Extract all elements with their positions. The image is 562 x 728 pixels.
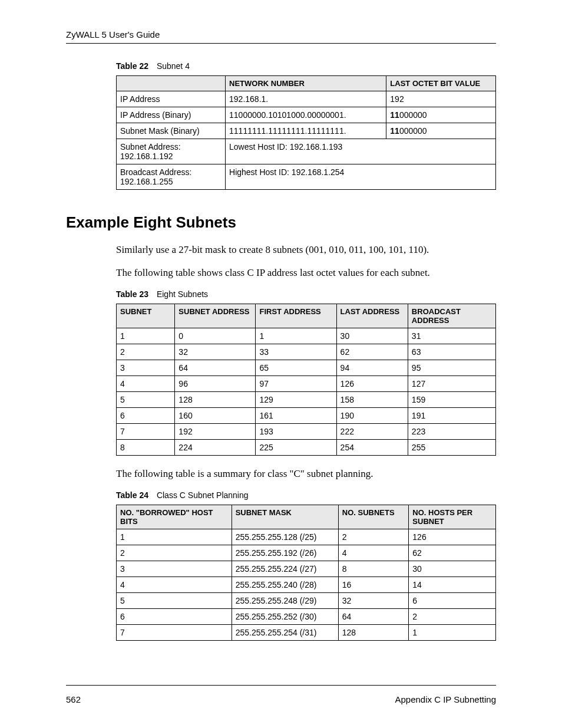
cell: 65	[256, 360, 336, 375]
cell: 255	[408, 439, 495, 455]
table-row: 7255.255.255.254 (/31)1281	[117, 624, 496, 640]
cell: 5	[117, 391, 175, 407]
page: ZyWALL 5 User's Guide Table 22 Subnet 4 …	[0, 0, 562, 728]
table23: SUBNET SUBNET ADDRESS FIRST ADDRESS LAST…	[116, 304, 496, 456]
cell: 5	[117, 592, 232, 608]
t22-r2-net: 11111111.11111111.11111111.	[226, 123, 386, 139]
cell: 254	[336, 439, 408, 455]
cell: 4	[117, 375, 175, 391]
cell: 30	[409, 561, 496, 577]
table-row: 8224225254255	[117, 439, 496, 455]
cell: 2	[409, 608, 496, 624]
cell: 32	[175, 344, 256, 360]
table22: NETWORK NUMBER LAST OCTET BIT VALUE IP A…	[116, 75, 496, 190]
cell: 255.255.255.192 (/26)	[232, 545, 338, 561]
t22-r1-last: 11000000	[386, 107, 496, 123]
cell: 16	[338, 577, 409, 592]
header-guide: ZyWALL 5 User's Guide	[66, 29, 496, 39]
t22-r1-label: IP Address (Binary)	[117, 107, 226, 123]
t22-r1-bold: 11	[390, 110, 399, 120]
t22-r2-bold: 11	[390, 126, 399, 136]
table23-caption: Table 23 Eight Subnets	[116, 289, 496, 299]
cell: 158	[336, 391, 408, 407]
paragraph-3: The following table is a summary for cla…	[116, 467, 496, 481]
footer-appendix: Appendix C IP Subnetting	[395, 694, 496, 704]
cell: 6	[409, 592, 496, 608]
cell: 161	[256, 407, 336, 423]
t22-span1-label: Broadcast Address: 192.168.1.255	[117, 164, 226, 190]
cell: 191	[408, 407, 495, 423]
t24-h3: NO. HOSTS PER SUBNET	[409, 505, 496, 529]
table23-number: Table 23	[116, 289, 148, 299]
footer: 562 Appendix C IP Subnetting	[66, 690, 496, 704]
cell: 129	[256, 391, 336, 407]
table-row: Broadcast Address: 192.168.1.255 Highest…	[117, 164, 496, 190]
cell: 1	[256, 328, 336, 344]
cell: 7	[117, 624, 232, 640]
t22-r1-rest: 000000	[399, 110, 427, 120]
cell: 222	[336, 423, 408, 439]
paragraph-2: The following table shows class C IP add…	[116, 266, 496, 280]
table-row: 4255.255.255.240 (/28)1614	[117, 577, 496, 592]
t22-r2-label: Subnet Mask (Binary)	[117, 123, 226, 139]
t24-h0: NO. "BORROWED" HOST BITS	[117, 505, 232, 529]
table24: NO. "BORROWED" HOST BITS SUBNET MASK NO.…	[116, 505, 496, 641]
cell: 30	[336, 328, 408, 344]
cell: 223	[408, 423, 495, 439]
cell: 8	[338, 561, 409, 577]
t23-h0: SUBNET	[117, 304, 175, 328]
cell: 32	[338, 592, 409, 608]
t22-r0-net: 192.168.1.	[226, 91, 386, 107]
table-row: 232336263	[117, 344, 496, 360]
table23-title: Eight Subnets	[157, 289, 208, 299]
table-row: 49697126127	[117, 375, 496, 391]
cell: 128	[338, 624, 409, 640]
t22-head-network: NETWORK NUMBER	[226, 76, 386, 91]
cell: 255.255.255.248 (/29)	[232, 592, 338, 608]
cell: 33	[256, 344, 336, 360]
table-row: Subnet Mask (Binary) 11111111.11111111.1…	[117, 123, 496, 139]
t22-r2-rest: 000000	[399, 126, 427, 136]
table-row: 364659495	[117, 360, 496, 375]
table-row: 3255.255.255.224 (/27)830	[117, 561, 496, 577]
t23-h2: FIRST ADDRESS	[256, 304, 336, 328]
table-row: 1255.255.255.128 (/25)2126	[117, 529, 496, 545]
cell: 62	[336, 344, 408, 360]
cell: 7	[117, 423, 175, 439]
t23-h4: BROADCAST ADDRESS	[408, 304, 495, 328]
table24-caption: Table 24 Class C Subnet Planning	[116, 490, 496, 500]
cell: 225	[256, 439, 336, 455]
cell: 95	[408, 360, 495, 375]
table-row: 5128129158159	[117, 391, 496, 407]
cell: 160	[175, 407, 256, 423]
cell: 6	[117, 407, 175, 423]
table-row: 6255.255.255.252 (/30)642	[117, 608, 496, 624]
cell: 3	[117, 360, 175, 375]
cell: 2	[338, 529, 409, 545]
t22-head-empty	[117, 76, 226, 91]
cell: 97	[256, 375, 336, 391]
table-row: 2255.255.255.192 (/26)462	[117, 545, 496, 561]
cell: 126	[336, 375, 408, 391]
table22-title: Subnet 4	[157, 61, 190, 71]
t22-head-last-octet: LAST OCTET BIT VALUE	[386, 76, 496, 91]
cell: 3	[117, 561, 232, 577]
cell: 0	[175, 328, 256, 344]
cell: 94	[336, 360, 408, 375]
cell: 159	[408, 391, 495, 407]
footer-rule	[66, 685, 496, 686]
cell: 62	[409, 545, 496, 561]
paragraph-1: Similarly use a 27-bit mask to create 8 …	[116, 243, 496, 257]
cell: 64	[175, 360, 256, 375]
cell: 255.255.255.254 (/31)	[232, 624, 338, 640]
cell: 190	[336, 407, 408, 423]
table-row: 5255.255.255.248 (/29)326	[117, 592, 496, 608]
table24-number: Table 24	[116, 490, 148, 500]
cell: 224	[175, 439, 256, 455]
t23-h1: SUBNET ADDRESS	[175, 304, 256, 328]
cell: 255.255.255.224 (/27)	[232, 561, 338, 577]
cell: 6	[117, 608, 232, 624]
table-row: IP Address (Binary) 11000000.10101000.00…	[117, 107, 496, 123]
cell: 1	[117, 529, 232, 545]
cell: 96	[175, 375, 256, 391]
